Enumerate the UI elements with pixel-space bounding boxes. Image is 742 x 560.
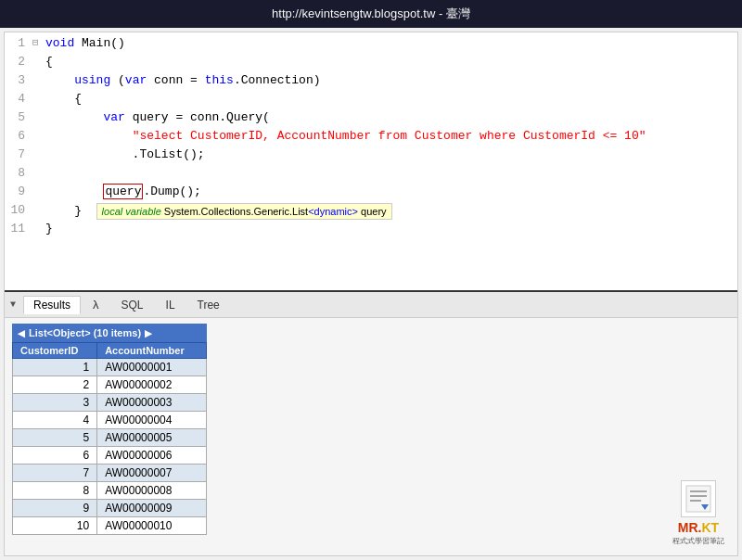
code-text: using (var conn = this.Connection) bbox=[45, 73, 737, 87]
cell-accountnumber: AW00000009 bbox=[97, 500, 207, 517]
cell-accountnumber: AW00000010 bbox=[97, 517, 207, 535]
cell-customerid: 1 bbox=[13, 359, 97, 376]
code-editor: 1 ⊟ void Main() 2 { 3 using (var conn = … bbox=[5, 32, 737, 292]
line-number: 2 bbox=[5, 55, 32, 69]
code-text: .ToList(); bbox=[45, 147, 737, 161]
svg-rect-0 bbox=[686, 486, 710, 512]
logo-svg bbox=[684, 484, 712, 514]
collapse-panel-icon[interactable]: ▼ bbox=[10, 299, 16, 310]
line-number: 8 bbox=[5, 166, 32, 180]
table-row: 3AW00000003 bbox=[13, 394, 207, 412]
bottom-panel: ▼ Results λ SQL IL Tree ◀ List<Object> (… bbox=[5, 292, 737, 555]
table-row: 10AW00000010 bbox=[13, 517, 207, 535]
code-line-2: 2 { bbox=[5, 55, 737, 73]
code-text: "select CustomerID, AccountNumber from C… bbox=[45, 129, 737, 143]
cell-accountnumber: AW00000003 bbox=[97, 394, 207, 412]
cell-accountnumber: AW00000007 bbox=[97, 465, 207, 482]
col-accountnumber: AccountNumber bbox=[97, 343, 207, 359]
code-text: } local variable System.Collections.Gene… bbox=[45, 203, 737, 220]
main-window: 1 ⊟ void Main() 2 { 3 using (var conn = … bbox=[4, 32, 738, 556]
tabs-bar: ▼ Results λ SQL IL Tree bbox=[5, 292, 737, 318]
code-text: query.Dump(); bbox=[45, 185, 737, 198]
logo-kt: KT bbox=[702, 520, 720, 535]
code-text: { bbox=[45, 92, 737, 106]
cell-accountnumber: AW00000001 bbox=[97, 359, 207, 376]
table-row: 2AW00000002 bbox=[13, 376, 207, 394]
cell-accountnumber: AW00000008 bbox=[97, 482, 207, 500]
cell-customerid: 6 bbox=[13, 447, 97, 465]
code-text: void Main() bbox=[45, 36, 737, 50]
table-row: 8AW00000008 bbox=[13, 482, 207, 500]
logo-icon bbox=[681, 480, 716, 517]
code-line-1: 1 ⊟ void Main() bbox=[5, 36, 737, 55]
cell-customerid: 10 bbox=[13, 517, 97, 535]
cell-customerid: 5 bbox=[13, 429, 97, 447]
expand-icon: ◀ bbox=[18, 328, 25, 338]
results-area: ◀ List<Object> (10 items) ▶ CustomerID A… bbox=[5, 318, 737, 555]
code-line-3: 3 using (var conn = this.Connection) bbox=[5, 73, 737, 92]
code-line-8: 8 bbox=[5, 166, 737, 185]
line-number: 4 bbox=[5, 92, 32, 106]
results-header-label: List<Object> (10 items) bbox=[29, 327, 141, 338]
line-number: 11 bbox=[5, 222, 32, 235]
title-text: http://kevintsengtw.blogspot.tw - 臺灣 bbox=[272, 6, 470, 22]
collapse-icon[interactable]: ⊟ bbox=[32, 36, 45, 48]
highlighted-query: query bbox=[103, 184, 143, 199]
table-row: 4AW00000004 bbox=[13, 412, 207, 429]
cell-customerid: 2 bbox=[13, 376, 97, 394]
code-line-9: 9 query.Dump(); bbox=[5, 185, 737, 203]
tab-sql[interactable]: SQL bbox=[111, 296, 154, 314]
cell-accountnumber: AW00000006 bbox=[97, 447, 207, 465]
logo-text: MR.KT bbox=[672, 519, 724, 536]
table-row: 7AW00000007 bbox=[13, 465, 207, 482]
code-line-7: 7 .ToList(); bbox=[5, 147, 737, 166]
cell-accountnumber: AW00000004 bbox=[97, 412, 207, 429]
cell-customerid: 7 bbox=[13, 465, 97, 482]
tab-lambda[interactable]: λ bbox=[83, 295, 109, 314]
results-table: CustomerID AccountNumber 1AW000000012AW0… bbox=[12, 342, 207, 535]
line-number: 5 bbox=[5, 110, 32, 124]
code-text: var query = conn.Query( bbox=[45, 110, 737, 124]
code-line-11: 11 } bbox=[5, 222, 737, 240]
table-row: 5AW00000005 bbox=[13, 429, 207, 447]
tooltip-italic: local variable bbox=[102, 206, 161, 217]
line-number: 7 bbox=[5, 147, 32, 161]
tooltip-generic: <dynamic> bbox=[308, 206, 358, 217]
line-number: 1 bbox=[5, 36, 32, 50]
logo-area: MR.KT 程式式學習筆記 bbox=[672, 480, 724, 546]
results-header[interactable]: ◀ List<Object> (10 items) ▶ bbox=[12, 324, 207, 342]
tooltip-varname: query bbox=[358, 206, 387, 217]
line-number: 10 bbox=[5, 203, 32, 217]
line-number: 3 bbox=[5, 73, 32, 87]
logo-subtext: 程式式學習筆記 bbox=[672, 536, 724, 546]
tab-tree[interactable]: Tree bbox=[187, 296, 230, 314]
tab-results[interactable]: Results bbox=[23, 296, 81, 314]
code-line-10: 10 } local variable System.Collections.G… bbox=[5, 203, 737, 222]
cell-accountnumber: AW00000005 bbox=[97, 429, 207, 447]
table-row: 1AW00000001 bbox=[13, 359, 207, 376]
tab-il[interactable]: IL bbox=[156, 296, 186, 314]
tooltip-type: System.Collections.Generic.List bbox=[161, 206, 308, 217]
cell-customerid: 8 bbox=[13, 482, 97, 500]
code-text: } bbox=[45, 222, 737, 235]
table-row: 6AW00000006 bbox=[13, 447, 207, 465]
cell-customerid: 3 bbox=[13, 394, 97, 412]
col-customerid: CustomerID bbox=[13, 343, 97, 359]
code-line-5: 5 var query = conn.Query( bbox=[5, 110, 737, 129]
code-line-4: 4 { bbox=[5, 92, 737, 110]
logo-mr: MR. bbox=[678, 520, 702, 535]
code-line-6: 6 "select CustomerID, AccountNumber from… bbox=[5, 129, 737, 147]
next-icon: ▶ bbox=[145, 328, 152, 338]
line-number: 9 bbox=[5, 185, 32, 198]
autocomplete-tooltip: local variable System.Collections.Generi… bbox=[96, 203, 392, 220]
cell-customerid: 9 bbox=[13, 500, 97, 517]
code-text: { bbox=[45, 55, 737, 69]
cell-customerid: 4 bbox=[13, 412, 97, 429]
table-row: 9AW00000009 bbox=[13, 500, 207, 517]
cell-accountnumber: AW00000002 bbox=[97, 376, 207, 394]
title-bar: http://kevintsengtw.blogspot.tw - 臺灣 bbox=[0, 0, 742, 28]
line-number: 6 bbox=[5, 129, 32, 143]
